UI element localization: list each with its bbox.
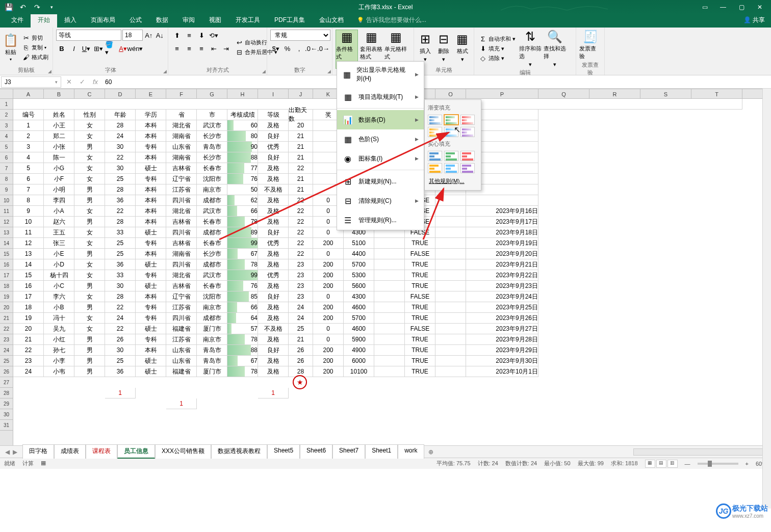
col-header-D[interactable]: D xyxy=(105,89,136,98)
row-header-6[interactable]: 6 xyxy=(0,152,13,163)
close-icon[interactable]: ✕ xyxy=(753,2,767,12)
cell[interactable]: 2023年9月21日 xyxy=(466,259,538,270)
cell[interactable]: 25 xyxy=(105,356,136,366)
view-break-icon[interactable]: ▥ xyxy=(667,460,678,468)
cell[interactable]: 小王 xyxy=(44,120,74,131)
cell[interactable]: 优秀 xyxy=(258,142,289,152)
cell[interactable]: 良好 xyxy=(258,291,289,302)
cell[interactable]: 吉林省 xyxy=(166,281,197,291)
cell[interactable]: 1 xyxy=(13,120,44,131)
cell[interactable]: 2023年9月18日 xyxy=(466,227,538,238)
cell[interactable]: 1 xyxy=(258,388,289,398)
gradient-swatch-green[interactable] xyxy=(444,115,458,125)
bold-icon[interactable]: B xyxy=(56,43,67,54)
cell[interactable]: 优秀 xyxy=(258,238,289,249)
select-all-corner[interactable] xyxy=(0,89,13,98)
gradient-swatch-blue[interactable] xyxy=(428,115,442,125)
cell[interactable]: 200 xyxy=(313,281,344,291)
cell[interactable]: 88 xyxy=(227,345,258,356)
row-header-26[interactable]: 26 xyxy=(0,366,13,377)
cell[interactable]: 4900 xyxy=(344,345,374,356)
cell[interactable]: 本科 xyxy=(136,131,166,142)
cell[interactable]: 考核成绩 xyxy=(227,110,258,120)
cell[interactable]: 2023年9月23日 xyxy=(466,281,538,291)
cell[interactable] xyxy=(374,313,405,324)
cell[interactable]: 山东省 xyxy=(166,345,197,356)
col-header-O[interactable]: O xyxy=(435,89,466,98)
col-header-Q[interactable]: Q xyxy=(538,89,589,98)
cell[interactable] xyxy=(435,324,466,334)
cell[interactable] xyxy=(435,366,466,377)
cell[interactable] xyxy=(374,302,405,313)
cell[interactable]: 四川省 xyxy=(166,313,197,324)
cell[interactable]: 4300 xyxy=(344,291,374,302)
row-header-1[interactable]: 1 xyxy=(0,99,13,110)
cell[interactable]: 四川省 xyxy=(166,227,197,238)
cell[interactable]: 4 xyxy=(13,152,44,163)
align-top-icon[interactable]: ⬆ xyxy=(171,30,183,41)
cell[interactable]: 专科 xyxy=(136,270,166,281)
solid-swatch-blue[interactable] xyxy=(428,151,442,161)
cell[interactable]: 辽宁省 xyxy=(166,291,197,302)
fill-button[interactable]: ⬇填充▾ xyxy=(477,44,517,53)
cell[interactable]: 吉林省 xyxy=(166,238,197,249)
cell[interactable]: 小李 xyxy=(44,356,74,366)
cell[interactable]: 专科 xyxy=(136,313,166,324)
cell[interactable]: 8 xyxy=(13,195,44,206)
cell[interactable]: FALSE xyxy=(405,291,435,302)
cell[interactable]: 武汉市 xyxy=(197,206,227,217)
cell[interactable]: 21 xyxy=(289,152,313,163)
cell[interactable]: 小C xyxy=(44,281,74,291)
row-header-11[interactable]: 11 xyxy=(0,206,13,217)
cell[interactable]: 64 xyxy=(227,313,258,324)
col-header-T[interactable]: T xyxy=(691,89,742,98)
zoom-in-button[interactable]: + xyxy=(746,461,749,467)
cell[interactable]: 张三 xyxy=(44,238,74,249)
cell[interactable]: TRUE xyxy=(405,356,435,366)
cell[interactable]: 50 xyxy=(227,184,258,195)
cell[interactable]: 21 xyxy=(289,131,313,142)
cell[interactable]: 孙七 xyxy=(44,345,74,356)
row-header-14[interactable]: 14 xyxy=(0,238,13,249)
cell[interactable]: 吉林省 xyxy=(166,217,197,227)
cell[interactable]: 长春市 xyxy=(197,281,227,291)
cell[interactable] xyxy=(435,281,466,291)
cell[interactable]: 女 xyxy=(74,313,105,324)
cell[interactable]: 22 xyxy=(105,302,136,313)
cell[interactable]: 男 xyxy=(74,184,105,195)
cell[interactable]: 本科 xyxy=(136,291,166,302)
cell[interactable]: 成都市 xyxy=(197,313,227,324)
col-header-R[interactable]: R xyxy=(589,89,640,98)
cell[interactable]: 女 xyxy=(74,259,105,270)
sheet-tab-work[interactable]: work xyxy=(398,444,424,459)
cell[interactable]: 小韦 xyxy=(44,366,74,377)
cell[interactable]: 长春市 xyxy=(197,238,227,249)
sort-filter-button[interactable]: ⇅排序和筛选▾ xyxy=(519,30,542,68)
cell[interactable]: 78 xyxy=(227,366,258,377)
cell[interactable]: 12 xyxy=(13,238,44,249)
cell[interactable]: 25 xyxy=(105,238,136,249)
cell[interactable]: 专科 xyxy=(136,238,166,249)
cf-icon-sets[interactable]: ◉图标集(I)▶ xyxy=(337,149,424,168)
cell[interactable]: 男 xyxy=(74,366,105,377)
cell[interactable]: 男 xyxy=(74,356,105,366)
cell[interactable]: 本科 xyxy=(136,217,166,227)
cell[interactable]: 湖南省 xyxy=(166,249,197,259)
cell[interactable]: 本科 xyxy=(136,195,166,206)
cell[interactable]: 长沙市 xyxy=(197,249,227,259)
cell[interactable]: 武汉市 xyxy=(197,120,227,131)
cell[interactable]: 硕士 xyxy=(136,366,166,377)
cell[interactable] xyxy=(435,291,466,302)
cell[interactable]: 福建省 xyxy=(166,366,197,377)
cell[interactable]: 24 xyxy=(289,313,313,324)
cell[interactable]: 36 xyxy=(105,195,136,206)
cell[interactable]: 小D xyxy=(44,259,74,270)
cell[interactable]: 23 xyxy=(13,356,44,366)
col-header-C[interactable]: C xyxy=(74,89,105,98)
autosum-button[interactable]: Σ自动求和▾ xyxy=(477,35,517,43)
cell[interactable]: 及格 xyxy=(258,217,289,227)
cell[interactable]: 优秀 xyxy=(258,270,289,281)
col-header-P[interactable]: P xyxy=(466,89,538,98)
alignment-launcher-icon[interactable]: ◢ xyxy=(262,69,266,74)
cf-new-rule[interactable]: ⊞新建规则(N)... xyxy=(337,172,424,191)
